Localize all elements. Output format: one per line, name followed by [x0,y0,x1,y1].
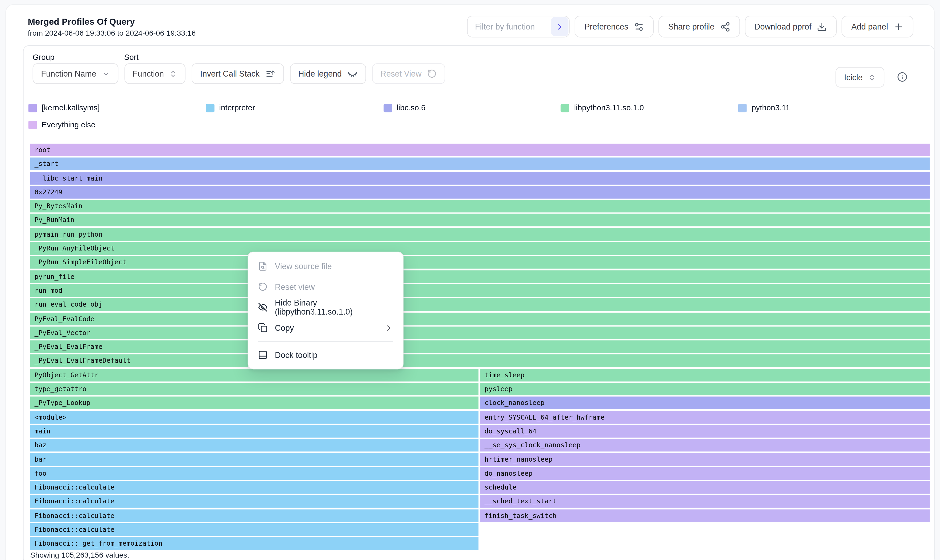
flame-row: _PyEval_EvalFrame [30,341,930,353]
legend-label: python3.11 [752,103,790,112]
legend-item-interpreter[interactable]: interpreter [206,103,383,112]
flame-cell[interactable]: Fibonacci::_get_from_memoization [30,537,478,550]
rotate-ccw-icon [258,282,267,291]
download-pprof-button[interactable]: Download pprof [745,16,837,37]
flame-cell[interactable]: root [30,144,930,156]
flame-cell[interactable]: schedule [480,481,930,494]
flame-cell[interactable]: do_syscall_64 [480,425,930,438]
filter-submit-button[interactable] [551,17,569,37]
flame-cell[interactable]: baz [30,439,478,452]
flame-cell[interactable]: _PyRun_SimpleFileObject [30,256,930,269]
flame-cell[interactable]: finish_task_switch [480,509,930,522]
flame-cell[interactable]: Py_RunMain [30,214,930,227]
flame-row: foodo_nanosleep [30,467,930,480]
info-icon[interactable] [897,72,908,82]
menu-item-dock-tooltip[interactable]: Dock tooltip [248,345,403,365]
legend-swatch [28,103,37,112]
filter-input[interactable] [468,16,551,37]
flame-cell[interactable]: time_sleep [480,369,930,381]
button-label: Add panel [851,22,888,31]
flame-row: type_getattropysleep [30,383,930,395]
eye-closed-icon [347,69,357,79]
flame-cell[interactable]: __se_sys_clock_nanosleep [480,439,930,452]
legend-item-everything-else[interactable]: Everything else [28,120,206,129]
chevron-down-icon [102,70,110,78]
flame-cell[interactable]: _PyEval_EvalFrameDefault [30,354,930,367]
chevron-right-icon [384,323,394,332]
flame-cell[interactable]: do_nanosleep [480,467,930,480]
chevrons-up-down-icon [169,70,177,78]
sort-ascending-icon [265,69,275,79]
flame-cell[interactable]: Fibonacci::calculate [30,481,478,494]
view-type-select[interactable]: Icicle [836,67,884,88]
download-icon [817,22,827,32]
flame-cell[interactable]: pysleep [480,383,930,395]
flame-cell[interactable]: main [30,425,478,438]
flame-cell[interactable]: Py_BytesMain [30,200,930,213]
flame-cell[interactable]: PyObject_GetAttr [30,369,478,381]
legend-item-python3.11[interactable]: python3.11 [738,103,916,112]
flame-row: PyObject_GetAttrtime_sleep [30,369,930,381]
group-by-value: Function Name [41,69,96,78]
flame-cell[interactable]: pymain_run_python [30,228,930,241]
flame-row: run_mod [30,284,930,297]
hide-legend-label: Hide legend [298,69,342,78]
flame-cell[interactable]: Fibonacci::calculate [30,523,478,536]
legend-label: libpython3.11.so.1.0 [574,103,644,112]
flame-cell[interactable]: __sched_text_start [480,495,930,508]
flame-cell[interactable]: _PyEval_Vector [30,326,930,339]
flame-cell[interactable]: _PyType_Lookup [30,397,478,409]
flame-cell[interactable]: run_mod [30,284,930,297]
dock-icon [258,350,267,360]
flame-row: 0x27249 [30,186,930,198]
flame-cell[interactable]: run_eval_code_obj [30,298,930,311]
invert-call-stack-button[interactable]: Invert Call Stack [191,63,284,84]
menu-item-view-source-file: View source file [248,256,403,276]
flame-cell[interactable]: _PyEval_EvalFrame [30,341,930,353]
flame-cell[interactable]: PyEval_EvalCode [30,312,930,325]
page-title: Merged Profiles Of Query [28,17,135,26]
share-profile-button[interactable]: Share profile [658,16,739,37]
menu-item-copy[interactable]: Copy [248,317,403,338]
flame-cell[interactable]: 0x27249 [30,186,930,198]
flame-cell[interactable]: <module> [30,411,478,424]
add-panel-button[interactable]: Add panel [841,16,914,37]
chevron-right-icon [556,22,565,31]
flame-row: barhrtimer_nanosleep [30,453,930,466]
flame-cell[interactable]: clock_nanosleep [480,397,930,409]
menu-item-label: Hide Binary (libpython3.11.so.1.0) [275,298,394,316]
flame-cell[interactable]: _PyRun_AnyFileObject [30,242,930,255]
flame-row: pyrun_file [30,270,930,283]
values-summary: Showing 105,263,156 values. [30,551,129,560]
flame-cell[interactable]: entry_SYSCALL_64_after_hwframe [480,411,930,424]
invert-call-stack-label: Invert Call Stack [200,69,259,78]
eye-off-icon [258,302,267,312]
legend-item--kernel.kallsyms-[interactable]: [kernel.kallsyms] [28,103,206,112]
group-by-select[interactable]: Function Name [33,63,118,84]
sort-by-select[interactable]: Function [124,63,186,84]
hide-legend-button[interactable]: Hide legend [290,63,366,84]
legend-item-libc.so.6[interactable]: libc.so.6 [383,103,561,112]
reset-view-label: Reset View [380,69,421,78]
flame-row: _PyRun_AnyFileObject [30,242,930,255]
flame-cell[interactable]: hrtimer_nanosleep [480,453,930,466]
flame-cell[interactable]: pyrun_file [30,270,930,283]
preferences-button[interactable]: Preferences [574,16,654,37]
flame-cell[interactable]: Fibonacci::calculate [30,509,478,522]
flame-cell[interactable]: type_getattro [30,383,478,395]
flame-cell[interactable]: _start [30,158,930,171]
legend-label: libc.so.6 [397,103,425,112]
legend-item-libpython3.11.so.1.0[interactable]: libpython3.11.so.1.0 [561,103,738,112]
reset-view-button[interactable]: Reset View [372,63,445,84]
flame-cell[interactable]: bar [30,453,478,466]
copy-icon [258,323,267,332]
flame-cell[interactable]: __libc_start_main [30,172,930,185]
chevrons-up-down-icon [868,73,876,82]
flame-cell[interactable]: Fibonacci::calculate [30,495,478,508]
flame-row: Fibonacci::calculatefinish_task_switch [30,509,930,522]
menu-item-hide-binary-libpython3-11-so-1-0[interactable]: Hide Binary (libpython3.11.so.1.0) [248,297,403,317]
flame-row: __libc_start_main [30,172,930,185]
legend-swatch [383,103,392,112]
flame-cell[interactable]: foo [30,467,478,480]
legend-swatch [561,103,569,112]
